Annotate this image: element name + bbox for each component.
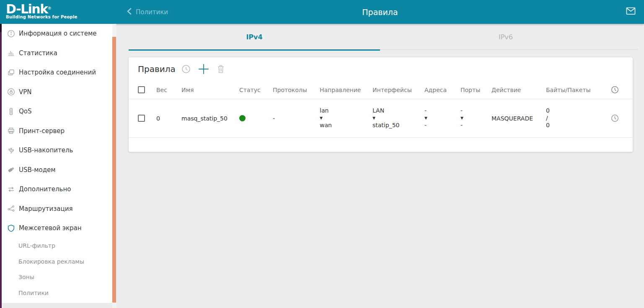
- sidebar-item-usb-modem[interactable]: USB-модем: [0, 160, 112, 180]
- arrow-down-icon: ▼: [372, 115, 424, 122]
- registered-mark: ®: [48, 6, 51, 10]
- clock-icon: [611, 114, 619, 122]
- dlink-logo: D-Link® Building Networks for People: [0, 0, 116, 24]
- chevron-left-icon: [127, 8, 132, 16]
- interface-from: LAN: [372, 107, 424, 115]
- subitem-label: Политики: [18, 290, 49, 296]
- row-select-cell: [138, 115, 156, 122]
- sidebar-vertical-scrollbar[interactable]: [112, 24, 116, 308]
- arrow-down-icon: ▼: [460, 115, 491, 122]
- column-header-ports: Порты: [460, 87, 491, 93]
- column-header-bytes-packets: Байты/Пакеты: [546, 87, 605, 93]
- tab-ipv4[interactable]: IPv4: [129, 24, 380, 50]
- select-all-checkbox[interactable]: [138, 86, 145, 93]
- arrow-down-icon: ▼: [320, 115, 372, 122]
- cell-interfaces: LAN ▼ statip_50: [372, 107, 424, 129]
- sidebar-item-advanced[interactable]: Дополнительно: [0, 180, 112, 199]
- app-window: D-Link® Building Networks for People Инф…: [0, 0, 644, 308]
- routing-icon: [7, 205, 15, 213]
- sidebar-item-label: USB-накопитель: [19, 146, 73, 154]
- interface-to: statip_50: [372, 122, 424, 129]
- sidebar-item-firewall[interactable]: Межсетевой экран: [0, 218, 112, 238]
- sidebar-item-label: VPN: [19, 88, 32, 96]
- shield-icon: [7, 224, 15, 232]
- table-row[interactable]: 0 masq_statip_50 - lan ▼ wan LAN ▼ stati…: [129, 99, 633, 138]
- usb-storage-icon: [7, 146, 15, 154]
- sidebar-item-vpn[interactable]: VPN: [0, 82, 112, 102]
- bar-chart-icon: [7, 49, 15, 57]
- rules-card: Правила Вес Имя Статус Протоколы Направл…: [129, 57, 633, 152]
- cell-name: masq_statip_50: [181, 115, 239, 122]
- sidebar-nav: Информация о системе Статистика Настройк…: [0, 24, 112, 308]
- sidebar-item-connection-setup[interactable]: Настройка соединений: [0, 63, 112, 82]
- mail-icon: [626, 7, 636, 17]
- sidebar-item-qos[interactable]: QoS: [0, 102, 112, 121]
- sidebar-item-label: QoS: [19, 108, 32, 115]
- subitem-label: Зоны: [18, 274, 34, 280]
- cell-status: [239, 115, 273, 121]
- packets-value: 0: [546, 122, 605, 129]
- mail-button[interactable]: [626, 0, 636, 24]
- arrow-down-icon: ▼: [424, 115, 460, 122]
- delete-rule-button[interactable]: [217, 64, 225, 74]
- column-header-weight: Вес: [156, 87, 181, 93]
- direction-to: wan: [320, 122, 372, 129]
- cell-action: MASQUERADE: [491, 115, 546, 122]
- sidebar-subitem-ad-blocking[interactable]: Блокировка рекламы: [0, 254, 112, 270]
- sidebar-subitem-zones[interactable]: Зоны: [0, 270, 112, 285]
- brand-tagline: Building Networks for People: [6, 15, 116, 19]
- vpn-lock-icon: [7, 88, 15, 96]
- cell-ports: - ▼ -: [460, 107, 491, 129]
- column-header-interfaces: Интерфейсы: [372, 87, 424, 93]
- back-button[interactable]: Политики: [127, 0, 168, 24]
- usb-modem-icon: [7, 166, 15, 174]
- sidebar-item-label: Межсетевой экран: [19, 224, 81, 232]
- content-area: IPv4 IPv6 Правила Вес Имя Статус Протоко…: [116, 24, 644, 308]
- address-from: -: [424, 107, 460, 115]
- sidebar-item-label: Дополнительно: [19, 185, 71, 193]
- page-title: Правила: [116, 0, 644, 24]
- tab-bar: IPv4 IPv6: [129, 24, 638, 50]
- sidebar-subitem-url-filter[interactable]: URL-фильтр: [0, 238, 112, 254]
- sidebar-item-print-server[interactable]: Принт-сервер: [0, 121, 112, 141]
- add-rule-button[interactable]: [197, 63, 210, 75]
- cell-protocols: -: [273, 115, 320, 122]
- scrollbar-thumb[interactable]: [112, 37, 116, 303]
- column-header-direction: Направление: [320, 87, 372, 93]
- back-label: Политики: [136, 8, 168, 16]
- tab-ipv6[interactable]: IPv6: [380, 24, 631, 50]
- sidebar-item-label: USB-модем: [19, 166, 56, 174]
- direction-from: lan: [320, 107, 372, 115]
- sidebar-item-system-info[interactable]: Информация о системе: [0, 24, 112, 44]
- select-all-cell: [138, 86, 156, 93]
- sidebar-edge-strip: [0, 24, 2, 308]
- sidebar: D-Link® Building Networks for People Инф…: [0, 0, 116, 308]
- sidebar-item-label: Настройка соединений: [19, 69, 96, 76]
- sidebar-horizontal-scrollbar[interactable]: [0, 303, 112, 308]
- sidebar-item-label: Принт-сервер: [19, 127, 65, 135]
- sidebar-item-label: Статистика: [19, 49, 57, 57]
- bytes-separator: /: [546, 115, 605, 122]
- column-header-addresses: Адреса: [424, 87, 460, 93]
- sidebar-item-statistics[interactable]: Статистика: [0, 44, 112, 63]
- column-header-schedule: [605, 86, 624, 94]
- subitem-label: URL-фильтр: [18, 242, 55, 249]
- sidebar-subitem-policies[interactable]: Политики: [0, 285, 112, 301]
- sidebar-item-routing[interactable]: Маршрутизация: [0, 199, 112, 219]
- row-checkbox[interactable]: [138, 115, 145, 122]
- status-enabled-indicator: [239, 115, 246, 121]
- cell-direction: lan ▼ wan: [320, 107, 372, 129]
- table-header-row: Вес Имя Статус Протоколы Направление Инт…: [129, 81, 633, 99]
- cell-weight: 0: [156, 115, 181, 122]
- port-to: -: [460, 122, 491, 129]
- column-header-action: Действие: [491, 87, 546, 93]
- sidebar-item-usb-storage[interactable]: USB-накопитель: [0, 141, 112, 160]
- card-header: Правила: [129, 57, 633, 81]
- qos-icon: [7, 108, 15, 116]
- top-bar: Правила Политики: [116, 0, 644, 24]
- schedule-button[interactable]: [181, 64, 191, 74]
- column-header-name: Имя: [181, 87, 239, 93]
- sidebar-item-label: Информация о системе: [19, 30, 97, 37]
- clock-icon: [611, 86, 619, 94]
- edge-strip-thumb: [0, 24, 2, 32]
